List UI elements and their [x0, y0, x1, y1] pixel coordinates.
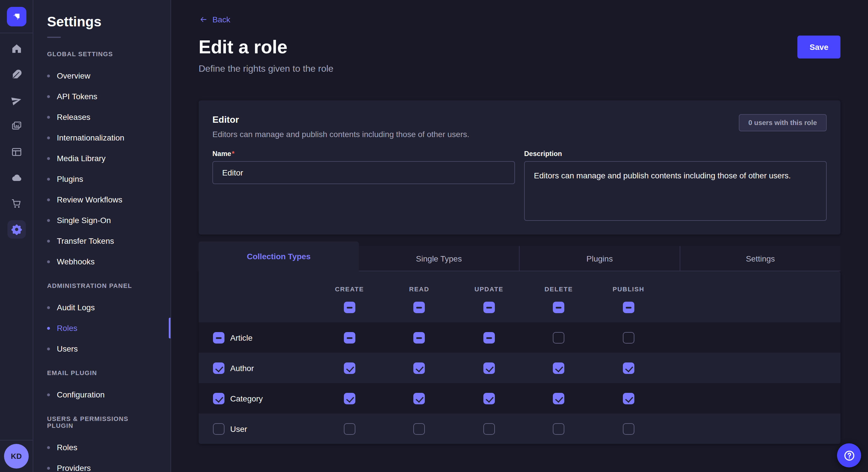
subnav-section-list: Configuration [33, 384, 170, 405]
category-publish-checkbox[interactable] [623, 393, 634, 404]
subnav-item-providers[interactable]: Providers [33, 458, 170, 472]
category-read-checkbox[interactable] [414, 393, 425, 404]
tab-plugins[interactable]: Plugins [519, 246, 680, 271]
help-button[interactable] [837, 443, 861, 467]
rail-item-layout-icon[interactable] [7, 143, 26, 161]
row-checkbox-article[interactable] [213, 332, 224, 343]
user-read-checkbox[interactable] [414, 423, 425, 434]
avatar[interactable]: KD [4, 444, 29, 469]
article-read-checkbox[interactable] [414, 332, 425, 343]
subnav-item-audit-logs[interactable]: Audit Logs [33, 297, 170, 318]
subnav-item-transfer-tokens[interactable]: Transfer Tokens [33, 231, 170, 251]
subnav-item-api-tokens[interactable]: API Tokens [33, 86, 170, 107]
images-icon [11, 121, 22, 132]
subnav-item-label: Overview [57, 70, 90, 81]
name-label: Name* [212, 150, 515, 158]
subnav-item-plugins[interactable]: Plugins [33, 169, 170, 189]
cell-author-create [315, 362, 384, 374]
subnav-item-review-workflows[interactable]: Review Workflows [33, 189, 170, 210]
row-checkbox-author[interactable] [213, 362, 224, 374]
user-create-checkbox[interactable] [344, 423, 355, 434]
cell-user-create [315, 423, 384, 434]
rail-item-paper-plane-icon[interactable] [7, 91, 26, 109]
bullet-icon [47, 347, 50, 350]
users-with-role-badge[interactable]: 0 users with this role [739, 114, 827, 131]
rail-item-cloud-icon[interactable] [7, 169, 26, 187]
bullet-icon [47, 198, 50, 201]
cell-author-read [384, 362, 454, 374]
layout-icon [11, 146, 22, 158]
bullet-icon [47, 260, 50, 263]
rail-item-home-icon[interactable] [7, 40, 26, 58]
row-checkbox-category[interactable] [213, 393, 224, 404]
select-all-update-checkbox[interactable] [484, 302, 495, 313]
permission-row-category: Category [198, 383, 840, 413]
name-input[interactable] [212, 161, 515, 184]
select-all-publish-checkbox[interactable] [623, 302, 634, 313]
author-create-checkbox[interactable] [344, 362, 355, 374]
user-update-checkbox[interactable] [484, 423, 495, 434]
subnav-item-releases[interactable]: Releases [33, 107, 170, 127]
subnav-item-roles[interactable]: Roles [33, 437, 170, 458]
subnav-item-label: Internationalization [57, 132, 124, 143]
user-delete-checkbox[interactable] [553, 423, 565, 434]
permissions-section: Collection TypesSingle TypesPluginsSetti… [198, 241, 840, 444]
subnav-item-roles[interactable]: Roles [33, 318, 170, 338]
cell-category-delete [524, 393, 594, 404]
subnav-item-overview[interactable]: Overview [33, 65, 170, 86]
author-read-checkbox[interactable] [414, 362, 425, 374]
tab-collection-types[interactable]: Collection Types [198, 241, 359, 271]
subnav-item-media-library[interactable]: Media Library [33, 148, 170, 169]
description-textarea[interactable]: Editors can manage and publish contents … [524, 161, 827, 221]
column-header-label: READ [409, 286, 429, 293]
subnav-item-label: Transfer Tokens [57, 235, 114, 247]
required-asterisk: * [231, 150, 234, 158]
tab-single-types[interactable]: Single Types [359, 246, 519, 271]
row-header-author: Author [213, 362, 315, 374]
user-publish-checkbox[interactable] [623, 423, 634, 434]
article-update-checkbox[interactable] [484, 332, 495, 343]
article-create-checkbox[interactable] [344, 332, 355, 343]
subnav-item-label: Roles [57, 442, 78, 453]
rail-item-feather-icon[interactable] [7, 65, 26, 84]
category-create-checkbox[interactable] [344, 393, 355, 404]
row-label: Article [230, 333, 253, 342]
cloud-icon [11, 172, 22, 183]
select-all-delete-checkbox[interactable] [553, 302, 565, 313]
subnav-item-internationalization[interactable]: Internationalization [33, 127, 170, 148]
subnav-item-users[interactable]: Users [33, 338, 170, 359]
role-card-headings: Editor Editors can manage and publish co… [212, 114, 469, 139]
article-publish-checkbox[interactable] [623, 332, 634, 343]
cart-icon [11, 198, 22, 209]
save-button[interactable]: Save [798, 36, 840, 59]
tab-settings[interactable]: Settings [680, 246, 840, 271]
select-all-read-checkbox[interactable] [414, 302, 425, 313]
subnav-item-single-sign-on[interactable]: Single Sign-On [33, 210, 170, 231]
bullet-icon [47, 74, 50, 77]
author-delete-checkbox[interactable] [553, 362, 565, 374]
rail-item-gear-icon[interactable] [7, 220, 26, 239]
permissions-rows: ArticleAuthorCategoryUser [198, 322, 840, 444]
subnav-item-label: Single Sign-On [57, 214, 111, 226]
permission-row-author: Author [198, 353, 840, 383]
strapi-logo[interactable] [7, 7, 26, 26]
subnav-sections: GLOBAL SETTINGSOverviewAPI TokensRelease… [33, 50, 170, 472]
article-delete-checkbox[interactable] [553, 332, 565, 343]
permissions-column-delete: DELETE [524, 286, 594, 313]
cell-author-update [454, 362, 524, 374]
author-publish-checkbox[interactable] [623, 362, 634, 374]
rail-item-cart-icon[interactable] [7, 194, 26, 213]
bullet-icon [47, 136, 50, 139]
subnav-divider [47, 37, 61, 38]
subnav-item-label: Roles [57, 322, 78, 334]
rail-item-images-icon[interactable] [7, 117, 26, 135]
bullet-icon [47, 327, 50, 330]
category-update-checkbox[interactable] [484, 393, 495, 404]
category-delete-checkbox[interactable] [553, 393, 565, 404]
back-link[interactable]: Back [198, 15, 230, 24]
author-update-checkbox[interactable] [484, 362, 495, 374]
select-all-create-checkbox[interactable] [344, 302, 355, 313]
subnav-item-webhooks[interactable]: Webhooks [33, 251, 170, 272]
row-checkbox-user[interactable] [213, 423, 224, 434]
subnav-item-configuration[interactable]: Configuration [33, 384, 170, 405]
